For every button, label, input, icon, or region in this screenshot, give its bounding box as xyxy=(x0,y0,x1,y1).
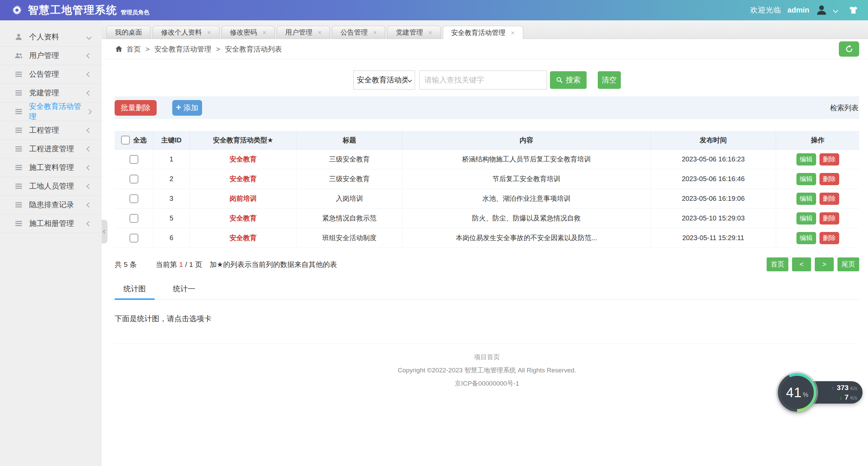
table-row-checkbox-cell xyxy=(115,150,153,169)
tab-edit-profile[interactable]: 修改个人资料 × xyxy=(153,26,219,39)
sidebar-item-hazard[interactable]: 隐患排查记录 xyxy=(0,196,102,214)
list-icon xyxy=(14,107,24,116)
sidebar: 个人资料 用户管理 公告管理 党建管理 安全教育活动管理 工程管理 xyxy=(0,20,102,466)
edit-button[interactable]: 编辑 xyxy=(796,232,816,244)
sidebar-item-safety-education[interactable]: 安全教育活动管理 xyxy=(0,102,102,121)
download-arrow-icon: ↓ xyxy=(840,394,843,401)
add-button[interactable]: + 添加 xyxy=(172,100,202,116)
tab-stats-chart[interactable]: 统计图 xyxy=(115,279,155,299)
tab-user-management[interactable]: 用户管理 × xyxy=(277,26,330,39)
delete-button[interactable]: 删除 xyxy=(820,212,839,225)
last-page-button[interactable]: 尾页 xyxy=(837,257,859,271)
footer-home-link[interactable]: 项目首页 xyxy=(115,353,859,362)
refresh-button[interactable] xyxy=(839,41,859,57)
breadcrumb-module[interactable]: 安全教育活动管理 xyxy=(154,44,211,54)
delete-button[interactable]: 删除 xyxy=(820,232,839,244)
sidebar-item-profile[interactable]: 个人资料 xyxy=(0,28,102,46)
delete-button[interactable]: 删除 xyxy=(820,173,839,185)
cell-type: 安全教育 xyxy=(190,150,297,169)
total-count: 共 5 条 xyxy=(115,260,137,269)
cell-id: 5 xyxy=(153,209,190,228)
role-subtitle: 管理员角色 xyxy=(121,8,150,16)
delete-button[interactable]: 删除 xyxy=(820,153,839,166)
table-header-time: 发布时间 xyxy=(651,131,776,150)
row-checkbox[interactable] xyxy=(130,214,138,223)
close-icon[interactable]: × xyxy=(262,29,266,36)
sidebar-item-project[interactable]: 工程管理 xyxy=(0,121,102,140)
cell-title: 入岗培训 xyxy=(297,189,402,209)
search-bar: 安全教育活动类型 搜索 清空 xyxy=(115,71,859,90)
chevron-left-icon xyxy=(86,128,92,133)
sidebar-collapse-handle[interactable] xyxy=(102,220,107,244)
cell-actions: 编辑 删除 xyxy=(776,228,859,248)
tab-change-password[interactable]: 修改密码 × xyxy=(221,26,275,39)
row-checkbox[interactable] xyxy=(130,175,138,183)
sidebar-item-users[interactable]: 用户管理 xyxy=(0,46,102,65)
chevron-left-icon xyxy=(86,221,92,226)
person-icon xyxy=(14,33,24,41)
pagination: 共 5 条 当前第1/ 1 页 加★的列表示当前列的数据来自其他的表 首页 < … xyxy=(115,257,859,271)
edit-button[interactable]: 编辑 xyxy=(796,212,816,225)
usage-gauge[interactable]: 41 % xyxy=(778,373,816,412)
user-menu-chevron-down-icon[interactable] xyxy=(833,7,839,13)
sidebar-item-materials[interactable]: 施工资料管理 xyxy=(0,158,102,177)
sidebar-item-notice[interactable]: 公告管理 xyxy=(0,65,102,84)
edit-button[interactable]: 编辑 xyxy=(796,193,816,205)
table-row-checkbox-cell xyxy=(115,189,153,209)
breadcrumb-current: 安全教育活动列表 xyxy=(225,44,282,54)
search-input[interactable] xyxy=(419,71,547,90)
network-monitor-widget: ↑ 373 K/s ↓ 7 K/s 41 % xyxy=(778,372,863,414)
row-checkbox[interactable] xyxy=(130,234,138,242)
list-icon xyxy=(14,219,24,228)
chevron-left-icon xyxy=(86,183,92,189)
top-header: 智慧工地管理系统 管理员角色 欢迎光临 admin xyxy=(0,0,868,20)
cell-content: 桥涵结构物施工人员节后复工安全教育培训 xyxy=(402,150,651,169)
cell-time: 2023-05-06 16:19:06 xyxy=(651,189,776,209)
close-icon[interactable]: × xyxy=(511,30,515,36)
sidebar-item-party[interactable]: 党建管理 xyxy=(0,84,102,102)
sidebar-item-album[interactable]: 施工相册管理 xyxy=(0,214,102,233)
cell-title: 三级安全教育 xyxy=(297,169,402,189)
cell-type: 岗前培训 xyxy=(190,189,297,209)
list-icon xyxy=(14,126,24,135)
theme-tshirt-icon[interactable] xyxy=(848,5,859,15)
tab-safety-education[interactable]: 安全教育活动管理 × xyxy=(443,26,523,39)
search-button[interactable]: 搜索 xyxy=(550,71,587,89)
close-icon[interactable]: × xyxy=(373,29,377,36)
current-page: 1 xyxy=(179,260,183,268)
avatar[interactable] xyxy=(815,4,828,16)
tab-party-management[interactable]: 党建管理 × xyxy=(387,26,440,39)
first-page-button[interactable]: 首页 xyxy=(767,257,788,271)
plus-icon: + xyxy=(176,102,181,113)
close-icon[interactable]: × xyxy=(207,29,211,36)
close-icon[interactable]: × xyxy=(428,29,432,36)
edit-button[interactable]: 编辑 xyxy=(796,153,816,166)
tab-stats-one[interactable]: 统计一 xyxy=(164,279,204,299)
edit-button[interactable]: 编辑 xyxy=(796,173,816,185)
toolbar: 批量删除 + 添加 检索列表 xyxy=(115,96,859,119)
pagination-buttons: 首页 < > 尾页 xyxy=(767,257,859,271)
tab-notice-management[interactable]: 公告管理 × xyxy=(332,26,385,39)
stats-hint-text: 下面是统计图，请点击选项卡 xyxy=(115,314,859,324)
chevron-left-icon xyxy=(86,202,92,208)
list-icon xyxy=(14,200,24,209)
app-title: 智慧工地管理系统 xyxy=(28,3,117,17)
delete-button[interactable]: 删除 xyxy=(820,193,839,205)
sidebar-item-workers[interactable]: 工地人员管理 xyxy=(0,177,102,196)
table-header-type: 安全教育活动类型★ xyxy=(190,131,297,150)
search-type-select[interactable]: 安全教育活动类型 xyxy=(353,71,415,90)
batch-delete-button[interactable]: 批量删除 xyxy=(115,100,157,116)
cell-id: 3 xyxy=(153,189,190,209)
breadcrumb-home[interactable]: 首页 xyxy=(126,44,141,54)
list-icon xyxy=(14,163,24,172)
cell-id: 1 xyxy=(153,150,190,169)
next-page-button[interactable]: > xyxy=(815,257,834,271)
tab-my-desktop[interactable]: 我的桌面 xyxy=(106,26,151,39)
select-all-checkbox[interactable] xyxy=(121,136,130,144)
row-checkbox[interactable] xyxy=(130,155,138,164)
row-checkbox[interactable] xyxy=(130,194,138,203)
prev-page-button[interactable]: < xyxy=(792,257,811,271)
clear-button[interactable]: 清空 xyxy=(598,71,621,89)
close-icon[interactable]: × xyxy=(318,29,321,36)
sidebar-item-progress[interactable]: 工程进度管理 xyxy=(0,140,102,158)
